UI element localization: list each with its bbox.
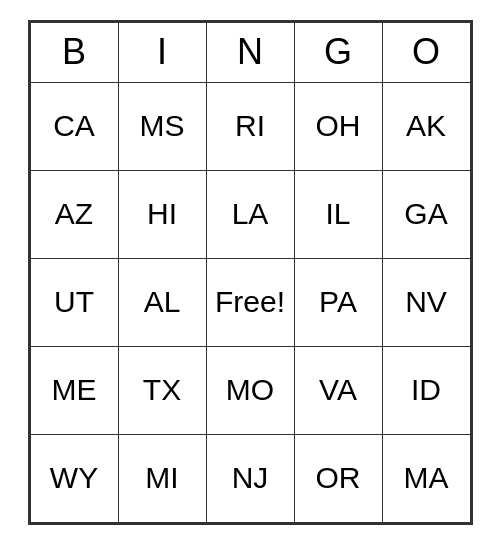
cell-4-3: OR xyxy=(294,434,382,522)
cell-1-0: AZ xyxy=(30,170,118,258)
cell-3-0: ME xyxy=(30,346,118,434)
bingo-table: B I N G O CAMSRIOHAKAZHILAILGAUTALFree!P… xyxy=(30,22,471,523)
cell-3-3: VA xyxy=(294,346,382,434)
cell-1-4: GA xyxy=(382,170,470,258)
header-o: O xyxy=(382,22,470,82)
cell-4-0: WY xyxy=(30,434,118,522)
header-i: I xyxy=(118,22,206,82)
cell-3-2: MO xyxy=(206,346,294,434)
cell-0-2: RI xyxy=(206,82,294,170)
header-n: N xyxy=(206,22,294,82)
bingo-card: B I N G O CAMSRIOHAKAZHILAILGAUTALFree!P… xyxy=(28,20,473,525)
cell-3-4: ID xyxy=(382,346,470,434)
table-row: WYMINJORMA xyxy=(30,434,470,522)
header-row: B I N G O xyxy=(30,22,470,82)
cell-4-1: MI xyxy=(118,434,206,522)
cell-0-0: CA xyxy=(30,82,118,170)
header-b: B xyxy=(30,22,118,82)
cell-2-1: AL xyxy=(118,258,206,346)
bingo-body: CAMSRIOHAKAZHILAILGAUTALFree!PANVMETXMOV… xyxy=(30,82,470,522)
table-row: AZHILAILGA xyxy=(30,170,470,258)
header-g: G xyxy=(294,22,382,82)
table-row: CAMSRIOHAK xyxy=(30,82,470,170)
cell-2-2: Free! xyxy=(206,258,294,346)
cell-1-3: IL xyxy=(294,170,382,258)
cell-3-1: TX xyxy=(118,346,206,434)
cell-1-2: LA xyxy=(206,170,294,258)
cell-0-4: AK xyxy=(382,82,470,170)
cell-4-2: NJ xyxy=(206,434,294,522)
cell-1-1: HI xyxy=(118,170,206,258)
table-row: METXMOVAID xyxy=(30,346,470,434)
cell-2-0: UT xyxy=(30,258,118,346)
table-row: UTALFree!PANV xyxy=(30,258,470,346)
cell-4-4: MA xyxy=(382,434,470,522)
cell-0-3: OH xyxy=(294,82,382,170)
cell-2-4: NV xyxy=(382,258,470,346)
cell-0-1: MS xyxy=(118,82,206,170)
cell-2-3: PA xyxy=(294,258,382,346)
